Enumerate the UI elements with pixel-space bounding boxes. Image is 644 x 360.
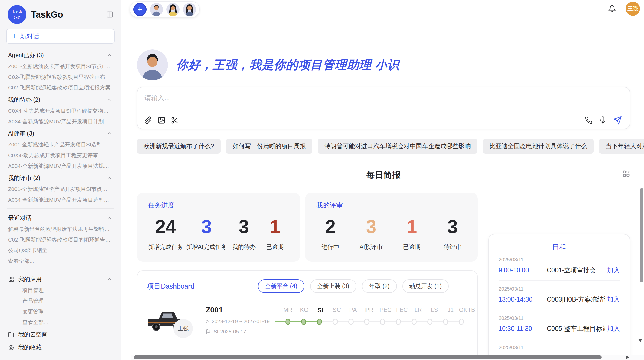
section-recent-chats[interactable]: 最近对话 (8, 215, 112, 221)
horizontal-scrollbar[interactable] (131, 355, 644, 360)
tab-new-platform[interactable]: 全新平台 (4) (258, 279, 304, 293)
user-avatar[interactable]: 王强 (626, 2, 640, 16)
clock-icon (206, 319, 209, 324)
milestone-node[interactable] (412, 319, 417, 325)
main-area: + 王强 你好，王强，我是你的项目管理助理 小识 (121, 0, 644, 360)
sidebar-item-favorites[interactable]: 我的收藏 (8, 343, 112, 351)
stat-value: 3 (230, 216, 258, 237)
tab-powertrain[interactable]: 动总开发 (1) (402, 279, 449, 293)
join-link[interactable]: 加入 (607, 266, 620, 274)
new-chat-button[interactable]: + 新对话 (6, 29, 115, 44)
scroll-down-arrow-icon[interactable] (638, 339, 642, 342)
list-item[interactable]: C0X4-动力总成开发项目工程变更评审 (8, 152, 112, 158)
dashboard-header: 项目Dashboard 全新平台 (4) 全新上装 (3) 年型 (2) 动总开… (145, 279, 470, 293)
list-item[interactable]: A034-全新新能源MUV产品开发项目造型可行性评审 (8, 197, 112, 203)
project-row-z001[interactable]: 王强 Z001 2023-12-19 ~ 2027-01-19 SI-2025-… (145, 305, 470, 343)
stat-value: 24 (148, 216, 183, 237)
milestone-node-done[interactable] (301, 319, 306, 325)
milestone-node[interactable] (459, 319, 464, 325)
agent-avatar-3[interactable] (183, 3, 196, 16)
stat-label: 已逾期 (261, 243, 289, 251)
view-all-chats-link[interactable]: 查看全部... (8, 258, 112, 264)
milestone-label: LR (410, 307, 426, 314)
project-code: Z001 (206, 306, 270, 314)
milestone-node[interactable] (348, 319, 354, 325)
chevron-up-icon[interactable] (107, 53, 112, 58)
horizontal-scrollbar-thumb[interactable] (134, 355, 602, 359)
tab-year-model[interactable]: 年型 (2) (362, 279, 397, 293)
sidebar-item-project-mgmt[interactable]: 项目管理 (22, 287, 112, 293)
vertical-scrollbar-thumb[interactable] (640, 188, 643, 282)
list-item[interactable]: Z001-全新燃油轻卡产品开发项目SI造型提交物评审 (8, 141, 112, 148)
milestone-node-current[interactable] (317, 319, 322, 325)
join-link[interactable]: 加入 (607, 324, 620, 333)
chat-input-card (137, 87, 630, 129)
phone-icon[interactable] (585, 116, 592, 124)
scroll-right-arrow-icon[interactable] (626, 356, 629, 359)
sidebar-item-change-mgmt[interactable]: 变更管理 (22, 308, 112, 315)
suggestion-chip[interactable]: 当下年轻人对汽车外观有怎样的喜好趋势 (599, 139, 644, 154)
milestone-node[interactable] (427, 319, 432, 325)
list-item[interactable]: C02-飞腾新能源轻客改款项目里程碑画布 (8, 74, 112, 80)
schedule-time: 13:00-14:30 (499, 296, 540, 303)
list-item[interactable]: A034-全新新能源MUV产品开发项目法规符合性评审 (8, 163, 112, 169)
milestone-node[interactable] (380, 319, 385, 325)
suggestion-chips: 欧洲新规最近颁布了什么? 如何写一份清晰的项目周报 特朗普可能对进口汽车增税会对… (137, 139, 630, 154)
schedule-event-title: C003|H0B-方案冻结评审 (547, 295, 605, 304)
milestone-node[interactable] (333, 319, 338, 325)
list-item[interactable]: C02-飞腾新能源轻客改款项目立项汇报方案 (8, 84, 112, 91)
milestone-label: SC (329, 307, 345, 314)
daily-brief-header: 每日简报 (137, 169, 630, 181)
chevron-up-icon[interactable] (107, 97, 112, 103)
send-icon[interactable] (613, 116, 622, 125)
milestone-node[interactable] (443, 319, 448, 325)
agent-avatar-2[interactable] (166, 3, 180, 16)
logo-text-top: Task (12, 9, 22, 14)
list-item[interactable]: C02-飞腾新能源轻客改款项目的闭环通告反馈情况 (8, 236, 112, 243)
add-agent-button[interactable]: + (133, 3, 147, 16)
collapse-sidebar-icon[interactable] (106, 11, 114, 18)
microphone-icon[interactable] (599, 116, 607, 124)
list-item[interactable]: Z001-全新燃油轻卡产品开发项目SI节点属性5D文件评审 (8, 186, 112, 192)
stat-label: AI预评审 (357, 243, 385, 251)
chat-input[interactable] (144, 94, 622, 110)
content: 你好，王强，我是你的项目管理助理 小识 欧洲新规最近颁布了什么? 如何写一份清晰… (121, 49, 644, 360)
suggestion-chip[interactable]: 欧洲新规最近颁布了什么? (137, 139, 221, 154)
milestone-node-done[interactable] (285, 319, 290, 325)
chevron-up-icon[interactable] (107, 215, 112, 221)
join-link[interactable]: 加入 (607, 295, 620, 304)
section-my-todo[interactable]: 我的待办 (2) (8, 96, 112, 103)
section-ai-review[interactable]: AI评审 (3) (8, 130, 112, 137)
stat-value: 2 (316, 216, 344, 237)
section-my-apps[interactable]: 我的应用 (8, 276, 112, 283)
list-item[interactable]: Z001-全新燃油皮卡产品开发项目SI节点Lesson Learn报告 (8, 63, 112, 69)
sidebar-item-product-mgmt[interactable]: 产品管理 (22, 298, 112, 304)
suggestion-chip[interactable]: 比亚迪全固态电池计划具体说了什么 (483, 139, 594, 154)
scissors-icon[interactable] (171, 116, 179, 124)
list-item[interactable]: A034-全新新能源MUV产品开发项目计划变更表编写 (8, 118, 112, 125)
assistant-avatar (137, 49, 168, 80)
section-my-review[interactable]: 我的评审 (2) (8, 175, 112, 182)
milestone-node[interactable] (364, 319, 369, 325)
schedule-time: 9:00-10:00 (499, 266, 540, 274)
list-item[interactable]: C0X4-动力总成开发项目SI里程碑提交物检查 (8, 108, 112, 114)
view-all-apps-link[interactable]: 查看全部... (22, 319, 112, 325)
attachment-icon[interactable] (144, 116, 152, 124)
sidebar-item-cloud-space[interactable]: 我的云空间 (8, 331, 112, 338)
suggestion-chip[interactable]: 如何写一份清晰的项目周报 (226, 139, 312, 154)
section-agent-done[interactable]: Agent已办 (3) (8, 52, 112, 59)
milestone-labels: MR KO SI SC PA PR PEC FEC LR LS J1 OKTB (280, 307, 475, 314)
input-right-icons (585, 116, 622, 125)
chevron-up-icon[interactable] (107, 277, 112, 282)
list-item[interactable]: 解释最新出台的欧盟报废车法规再生塑料比例被调至15%... (8, 226, 112, 232)
notification-bell-icon[interactable] (608, 5, 616, 12)
chevron-up-icon[interactable] (107, 175, 112, 181)
list-item[interactable]: 公司Q3轻卡销量 (8, 247, 112, 253)
chevron-up-icon[interactable] (107, 131, 112, 137)
layout-grid-icon[interactable] (622, 170, 630, 177)
suggestion-chip[interactable]: 特朗普可能对进口汽车增税会对中国车企造成哪些影响 (318, 139, 477, 154)
tab-new-body[interactable]: 全新上装 (3) (310, 279, 357, 293)
agent-avatar-1[interactable] (150, 3, 163, 16)
image-icon[interactable] (158, 116, 165, 124)
milestone-node[interactable] (396, 319, 401, 325)
